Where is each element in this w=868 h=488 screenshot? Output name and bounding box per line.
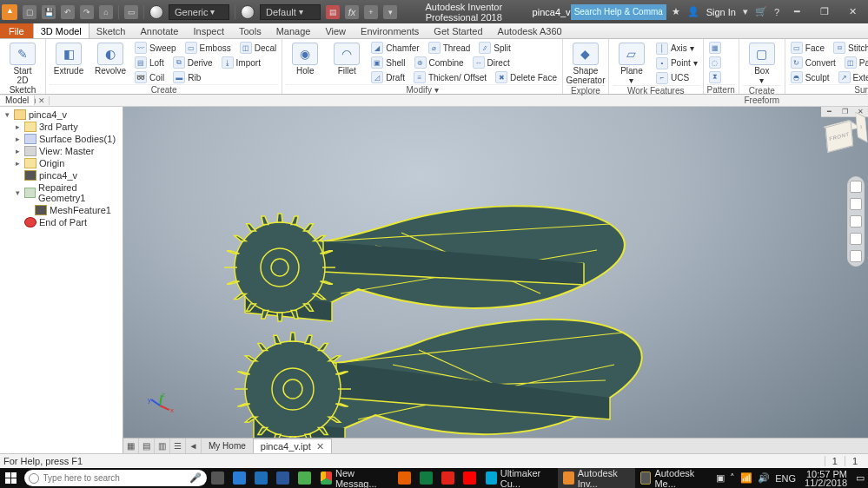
axis-button[interactable]: │ Axis ▾	[654, 42, 696, 56]
qat-save[interactable]: 💾	[42, 5, 56, 19]
tree-node[interactable]: ▸ Surface Bodies(1)	[0, 133, 123, 145]
graphics-canvas[interactable]: ━ ❐ ✕	[123, 107, 868, 453]
tab-manage[interactable]: Manage	[269, 23, 319, 38]
taskbar-app-youtube[interactable]	[459, 468, 480, 488]
direct-button[interactable]: ↔ Direct	[471, 56, 512, 69]
ucs-button[interactable]: ⌐ UCS	[654, 71, 691, 85]
extend-button[interactable]: ↗ Extend	[837, 70, 868, 84]
file-tab[interactable]: File	[0, 23, 33, 38]
face-button[interactable]: ▭ Face	[789, 41, 826, 55]
loft-button[interactable]: ▤ Loft	[133, 56, 166, 69]
tree-node[interactable]: ▸ 3rd Party	[0, 121, 123, 133]
taskbar-app-ie[interactable]	[250, 468, 272, 488]
start-button[interactable]	[0, 472, 23, 484]
signin-icon[interactable]: 👤	[687, 6, 699, 17]
twisty-icon[interactable]: ▾	[14, 188, 22, 197]
app-icon[interactable]	[2, 4, 17, 20]
appearance-dropdown[interactable]: Default ▾	[260, 4, 321, 20]
qat-more[interactable]: ▾	[383, 5, 397, 19]
tab-autodesk-a360[interactable]: Autodesk A360	[491, 23, 570, 38]
point-button[interactable]: • Point ▾	[654, 56, 699, 70]
tab-3d-model[interactable]: 3D Model	[33, 23, 89, 38]
sweep-button[interactable]: 〰 Sweep	[133, 41, 178, 55]
signin-label[interactable]: Sign In	[706, 7, 736, 17]
qat-undo[interactable]: ↶	[61, 5, 75, 19]
nav-lookat-icon[interactable]	[850, 250, 862, 262]
shell-button[interactable]: ▣ Shell	[369, 56, 407, 69]
tab-my-home[interactable]: My Home	[202, 439, 253, 454]
twisty-icon[interactable]: ▾	[3, 110, 11, 119]
chamfer-button[interactable]: ◢ Chamfer	[369, 41, 421, 55]
taskbar-app-sheets[interactable]	[415, 468, 437, 488]
nav-wheel-icon[interactable]	[850, 181, 862, 193]
box-button[interactable]: ▢ Box ▾	[743, 41, 781, 85]
browser-close-icon[interactable]: ✕	[35, 96, 50, 105]
circ-pattern-button[interactable]: ◌	[707, 56, 723, 69]
twisty-icon[interactable]: ▸	[14, 135, 22, 143]
minimize-button[interactable]: ━	[786, 4, 807, 20]
patch-button[interactable]: ◫ Patch	[843, 56, 868, 69]
tray-up-icon[interactable]: ˄	[730, 472, 735, 484]
split-button[interactable]: ⫽ Split	[477, 41, 512, 55]
tab-document[interactable]: pinca4_v.ipt✕	[253, 439, 332, 454]
tree-node[interactable]: MeshFeature1	[0, 204, 123, 216]
windows-search[interactable]: 🎤	[24, 470, 207, 486]
appearance-swatch[interactable]	[241, 5, 255, 19]
tree-node[interactable]: ▾ pinca4_v	[0, 109, 123, 121]
tree-node[interactable]: ▾ Repaired Geometry1	[0, 181, 123, 204]
draft-button[interactable]: ◿ Draft	[369, 70, 407, 84]
tray-lang[interactable]: ENG	[775, 473, 796, 484]
combine-button[interactable]: ⊕ Combine	[413, 56, 466, 69]
start-2d-sketch-button[interactable]: ✎ Start 2D Sketch	[3, 41, 42, 95]
info-icon[interactable]: ★	[672, 6, 680, 17]
derive-button[interactable]: ⧉ Derive	[171, 56, 215, 69]
rib-button[interactable]: ▬ Rib	[171, 70, 202, 84]
material-dropdown[interactable]: Generic ▾	[169, 4, 229, 20]
tab-close-icon[interactable]: ✕	[316, 441, 324, 452]
docbar-layout2-icon[interactable]: ▤	[139, 439, 155, 454]
nav-pan-icon[interactable]	[850, 198, 862, 210]
taskbar-app-task-view[interactable]	[207, 468, 229, 488]
qat-select[interactable]: ▭	[124, 5, 138, 19]
taskbar-app-edge[interactable]	[229, 468, 250, 488]
decal-button[interactable]: ◫ Decal	[238, 41, 279, 55]
twisty-icon[interactable]: ▸	[14, 147, 22, 155]
mic-icon[interactable]: 🎤	[189, 472, 202, 484]
hole-button[interactable]: ◉ Hole	[286, 41, 324, 84]
thicken-button[interactable]: ≡ Thicken/ Offset	[412, 70, 488, 84]
docbar-layout1-icon[interactable]: ▦	[123, 439, 139, 454]
maximize-button[interactable]: ❐	[814, 4, 835, 20]
sculpt-button[interactable]: ◓ Sculpt	[789, 70, 832, 84]
taskbar-app-firefox[interactable]	[394, 468, 415, 488]
help-search-input[interactable]	[571, 4, 666, 20]
qat-home[interactable]: ⌂	[99, 5, 113, 19]
tree-node[interactable]: End of Part	[0, 216, 123, 228]
tab-environments[interactable]: Environments	[354, 23, 427, 38]
tree-node[interactable]: ▸ View: Master	[0, 145, 123, 157]
help-icon[interactable]: ?	[774, 7, 779, 17]
taskbar-app-inventor[interactable]: Autodesk Inv...	[558, 468, 634, 488]
tray-clock[interactable]: 10:57 PM 11/2/2018	[801, 470, 851, 487]
tree-node[interactable]: ▸ Origin	[0, 157, 123, 169]
tab-tools[interactable]: Tools	[232, 23, 269, 38]
revolve-button[interactable]: ◐ Revolve	[91, 41, 129, 84]
tab-annotate[interactable]: Annotate	[133, 23, 186, 38]
tray-notifications-icon[interactable]: ▭	[856, 472, 865, 484]
tab-view[interactable]: View	[318, 23, 354, 38]
rect-pattern-button[interactable]: ▦	[707, 41, 723, 55]
tab-get-started[interactable]: Get Started	[427, 23, 490, 38]
extrude-button[interactable]: ◧ Extrude	[50, 41, 88, 84]
qat-redo[interactable]: ↷	[80, 5, 94, 19]
qat-fx[interactable]: fx	[345, 5, 359, 19]
qat-ph[interactable]: ▤	[326, 5, 340, 19]
tab-sketch[interactable]: Sketch	[89, 23, 134, 38]
windows-search-input[interactable]	[43, 473, 184, 483]
import-button[interactable]: ⭳ Import	[220, 56, 262, 69]
browser-header[interactable]: Model	[0, 96, 35, 105]
twisty-icon[interactable]: ▸	[14, 122, 22, 131]
taskbar-app-chrome[interactable]: New Messag...	[315, 468, 393, 488]
taskbar-app-meshmixer[interactable]: Autodesk Me...	[635, 468, 713, 488]
coil-button[interactable]: ➿ Coil	[133, 70, 166, 84]
tray-battery-icon[interactable]: ▣	[716, 472, 725, 484]
docbar-list-icon[interactable]: ☰	[170, 439, 186, 454]
